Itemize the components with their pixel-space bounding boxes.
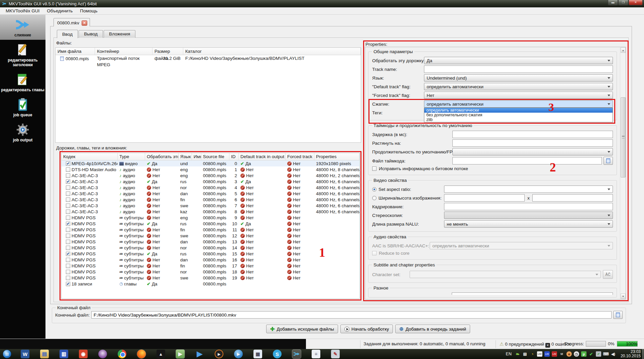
- column-header[interactable]: Type: [118, 153, 145, 160]
- track-checkbox[interactable]: [66, 186, 70, 190]
- track-row[interactable]: AC-3/E-AC-3♪аудиоНетeng00800.mpls2НетНет…: [62, 172, 359, 178]
- process-track-combo[interactable]: Да: [424, 57, 613, 64]
- word-icon[interactable]: W: [21, 350, 29, 358]
- tor-browser-icon[interactable]: [98, 350, 107, 358]
- chrome-icon[interactable]: [118, 350, 126, 358]
- add-to-job-queue-button[interactable]: ⊕ Добавить в очередь заданий: [395, 325, 470, 333]
- paint-icon[interactable]: ✎: [331, 350, 340, 358]
- scroll-down-icon[interactable]: ▼: [621, 293, 626, 299]
- default-flag-combo[interactable]: определить автоматически: [424, 83, 613, 90]
- track-checkbox[interactable]: [66, 216, 70, 220]
- user-avatar-icon[interactable]: ☻: [566, 351, 572, 357]
- column-header[interactable]: ID: [229, 153, 239, 160]
- add-source-files-button[interactable]: ✚ Добавить исходные файлы: [266, 325, 338, 333]
- show-desktop-button[interactable]: [642, 349, 644, 359]
- track-checkbox[interactable]: [66, 161, 70, 166]
- tab-attachments[interactable]: Вложения: [104, 30, 135, 38]
- dropdown-option-auto[interactable]: определить автоматически: [424, 108, 613, 113]
- track-row[interactable]: DTS-HD Master Audio♪аудиоНетeng00800.mpl…: [62, 166, 359, 172]
- column-header[interactable]: Имя: [192, 153, 201, 160]
- taskbar-clock[interactable]: 23:03 20.10.2015: [621, 350, 641, 358]
- notepad-icon[interactable]: ≡: [312, 350, 320, 358]
- volume-icon[interactable]: ◀): [611, 351, 616, 357]
- tab-input[interactable]: Ввод: [57, 30, 78, 38]
- acdsee-icon[interactable]: ◉: [79, 350, 88, 358]
- scrollbar-thumb[interactable]: [621, 97, 626, 177]
- file-tab[interactable]: 00800.mkv ✕: [53, 18, 90, 26]
- track-row[interactable]: AC-3/E-AC-3♪аудиоНетkaz00800.mpls8НетНет…: [62, 209, 359, 215]
- sidebar-item-job-queue[interactable]: job queue: [0, 95, 45, 120]
- track-name-input[interactable]: [424, 66, 613, 73]
- column-header[interactable]: Язык: [179, 153, 192, 160]
- track-row[interactable]: HDMV PGSавсубтитрыНетeng00800.mpls9НетНе…: [62, 215, 359, 221]
- stretch-input[interactable]: [452, 139, 613, 147]
- maximize-button[interactable]: ❐: [618, 0, 628, 5]
- lav-audio-icon[interactable]: LAV: [544, 351, 550, 357]
- column-header[interactable]: Кодек: [62, 153, 118, 160]
- track-checkbox[interactable]: [66, 282, 70, 286]
- calculator-icon[interactable]: ▦: [253, 350, 262, 358]
- language-combo[interactable]: Undetermined (und): [424, 74, 613, 82]
- foobar2000-icon[interactable]: ▲: [156, 350, 165, 358]
- start-button[interactable]: ⊞: [3, 350, 11, 358]
- track-checkbox[interactable]: [66, 210, 70, 214]
- track-checkbox[interactable]: [66, 276, 70, 280]
- column-header[interactable]: Source file: [201, 153, 229, 160]
- potplayer-icon[interactable]: ▶: [195, 350, 204, 358]
- track-checkbox[interactable]: [66, 240, 70, 244]
- checkmark-icon[interactable]: ✔: [588, 351, 594, 357]
- charset-detect-button[interactable]: ÅČ: [603, 270, 613, 279]
- track-row[interactable]: HDMV PGSавсубтитрыНетdan00800.mpls13НетН…: [62, 239, 359, 245]
- minimize-button[interactable]: ▬: [608, 0, 618, 5]
- menu-help[interactable]: Помощь: [76, 8, 101, 14]
- width-input[interactable]: [444, 194, 525, 202]
- media-player-icon[interactable]: ▶: [234, 350, 243, 358]
- track-row[interactable]: MPEG-4p10/AVC/h.264видео✔Даund00800.mpls…: [62, 160, 359, 166]
- track-row[interactable]: 18 записи◷главы✔Да00800.mpls: [62, 281, 359, 287]
- track-row[interactable]: AC-3/E-AC-3♪аудиоНетfin00800.mpls6НетНет…: [62, 197, 359, 203]
- start-muxing-button[interactable]: Начать обработку: [340, 325, 393, 333]
- lav-video-icon[interactable]: LAV: [552, 351, 557, 357]
- sidebar-item-merge[interactable]: слияние: [0, 15, 45, 40]
- network-icon[interactable]: ⌨: [603, 351, 609, 357]
- dropdown-option-none[interactable]: без дополнительного сжатия: [424, 113, 613, 117]
- forced-flag-combo[interactable]: Нет: [424, 92, 613, 99]
- track-checkbox[interactable]: [66, 234, 70, 238]
- mkvtoolnix-taskbar-icon[interactable]: [292, 350, 301, 358]
- menu-mkvtoolnix-gui[interactable]: MKVToolNix GUI: [2, 8, 43, 14]
- close-button[interactable]: ✕: [629, 0, 643, 5]
- track-row[interactable]: HDMV PGSавсубтитры✔Даrus00800.mpls10✔ДаН…: [62, 221, 359, 227]
- leaf-icon[interactable]: ❧: [515, 351, 520, 357]
- track-row[interactable]: AC-3/E-AC-3♪аудиоНетdan00800.mpls5НетНет…: [62, 191, 359, 197]
- aspect-ratio-radio[interactable]: [372, 187, 377, 192]
- file-manager-icon[interactable]: ▤: [40, 350, 49, 358]
- properties-scrollbar[interactable]: ▲ ▼: [620, 47, 626, 299]
- timecode-file-input[interactable]: [452, 157, 602, 164]
- track-checkbox[interactable]: [66, 173, 70, 178]
- column-header[interactable]: Размер файла: [152, 48, 183, 55]
- track-checkbox[interactable]: [66, 264, 70, 268]
- track-checkbox[interactable]: [66, 258, 70, 262]
- dimensions-radio[interactable]: [372, 196, 377, 200]
- height-input[interactable]: [532, 194, 613, 202]
- floppy-save-icon[interactable]: ▥: [60, 350, 68, 358]
- kmplayer-icon[interactable]: ▶: [215, 350, 223, 358]
- lav-splitter-icon[interactable]: LAV: [537, 351, 542, 357]
- aspect-ratio-combo[interactable]: [444, 186, 613, 193]
- track-row[interactable]: HDMV PGSавсубтитрыНетswe00800.mpls12НетН…: [62, 233, 359, 239]
- cropping-input[interactable]: [444, 203, 613, 210]
- column-header[interactable]: Forced track: [286, 153, 314, 160]
- fix-bitstream-checkbox[interactable]: [372, 166, 377, 171]
- tab-close-icon[interactable]: ✕: [82, 20, 87, 26]
- output-file-input[interactable]: [91, 311, 612, 319]
- column-header[interactable]: Каталог: [183, 48, 361, 55]
- track-checkbox[interactable]: [66, 222, 70, 226]
- track-checkbox[interactable]: [66, 167, 70, 172]
- track-checkbox[interactable]: [66, 192, 70, 196]
- nalu-combo[interactable]: не менять: [444, 220, 613, 228]
- utorrent-icon[interactable]: µ: [581, 351, 586, 357]
- track-row[interactable]: HDMV PGSавсубтитрыНетdan00800.mpls16НетН…: [62, 257, 359, 263]
- column-header[interactable]: Default track in output: [239, 153, 286, 160]
- delay-input[interactable]: [452, 131, 613, 138]
- compression-combo[interactable]: определить автоматически определить авто…: [424, 100, 613, 108]
